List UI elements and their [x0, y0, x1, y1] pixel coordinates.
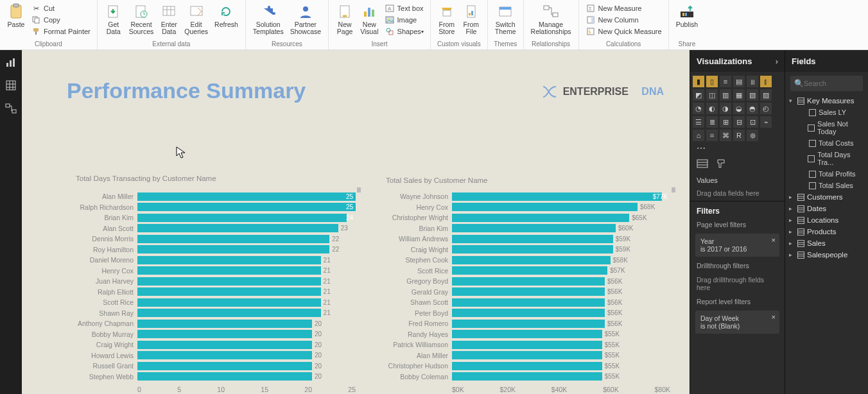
bar-row[interactable]: Brian Kim$60K — [381, 223, 670, 234]
new-page-button[interactable]: NewPage — [333, 1, 357, 37]
visualization-type-icon[interactable]: ⌘ — [720, 130, 731, 141]
fields-search[interactable]: 🔍 — [790, 76, 863, 91]
more-visuals-button[interactable]: ⋯ — [693, 143, 782, 153]
bar-row[interactable]: Wayne Johnson$77K — [381, 191, 670, 202]
bar-row[interactable]: Bobby Murray20 — [67, 329, 356, 340]
filter-year[interactable]: × Year is 2017 or 2016 — [695, 234, 779, 257]
visualization-type-icon[interactable]: R — [733, 130, 745, 141]
format-tab-icon[interactable] — [716, 158, 726, 169]
solution-templates-button[interactable]: SolutionTemplates — [250, 1, 287, 37]
bar-row[interactable]: Stephen Webb20 — [67, 372, 356, 382]
scrollbar-thumb[interactable] — [357, 187, 361, 193]
from-file-button[interactable]: FromFile — [459, 1, 483, 37]
visualization-type-icon[interactable]: ◒ — [733, 103, 745, 114]
from-store-button[interactable]: FromStore — [435, 1, 459, 37]
new-visual-button[interactable]: NewVisual — [357, 1, 381, 37]
visualization-type-icon[interactable]: ◩ — [693, 89, 704, 101]
visualization-type-icon[interactable]: ◫ — [706, 89, 718, 101]
scrollbar-thumb[interactable] — [672, 187, 675, 193]
text-box-button[interactable]: AText box — [382, 3, 426, 14]
new-column-button[interactable]: New Column — [583, 14, 664, 26]
model-view-button[interactable] — [4, 101, 18, 116]
bar-row[interactable]: Gregory Boyd$56K — [381, 276, 670, 287]
bar-row[interactable]: Christopher Hudson$55K — [381, 361, 670, 372]
report-canvas[interactable]: Performance Summary ENTERPRISE DNA Total… — [22, 50, 690, 394]
cut-button[interactable]: ✂Cut — [28, 3, 93, 14]
visualization-type-icon[interactable]: ⊞ — [720, 116, 731, 128]
bar-row[interactable]: Juan Harvey21 — [67, 276, 356, 287]
visualization-type-icon[interactable]: ⊚ — [747, 130, 758, 141]
manage-relationships-button[interactable]: ManageRelationships — [528, 1, 575, 37]
bar-row[interactable]: Henry Cox$68K — [381, 202, 670, 213]
visualization-type-icon[interactable]: ☰ — [693, 116, 704, 128]
visualization-type-icon[interactable]: ▧ — [747, 89, 758, 101]
visualization-type-icon[interactable]: ◐ — [706, 103, 718, 114]
field-item[interactable]: Sales Not Today — [785, 118, 868, 137]
bar-row[interactable]: Craig Wright20 — [67, 339, 356, 350]
bar-row[interactable]: Fred Romero$56K — [381, 318, 670, 329]
get-data-button[interactable]: GetData — [101, 1, 126, 37]
field-item[interactable]: Total Costs — [785, 137, 868, 149]
report-view-button[interactable] — [4, 55, 18, 69]
format-painter-button[interactable]: Format Painter — [28, 26, 93, 37]
field-item[interactable]: Sales LY — [785, 107, 868, 118]
edit-queries-button[interactable]: EditQueries — [181, 1, 211, 37]
recent-sources-button[interactable]: RecentSources — [126, 1, 157, 37]
bar-row[interactable]: Brian Kim24 — [67, 212, 356, 223]
table-item[interactable]: ▸Salespeople — [785, 249, 868, 261]
enter-data-button[interactable]: EnterData — [157, 1, 181, 37]
bar-row[interactable]: Christopher Wright$65K — [381, 212, 670, 223]
visualization-type-icon[interactable]: ▤ — [733, 76, 745, 87]
bar-row[interactable]: Ralph Elliott21 — [67, 287, 356, 298]
table-item[interactable]: ▸Customers — [785, 191, 868, 203]
field-item[interactable]: Total Profits — [785, 168, 868, 180]
bar-row[interactable]: Peter Boyd$56K — [381, 308, 670, 319]
bar-row[interactable]: Ralph Richardson25 — [67, 202, 356, 213]
switch-theme-button[interactable]: SwitchTheme — [492, 1, 519, 37]
filter-day-of-week[interactable]: × Day of Week is not (Blank) — [695, 311, 779, 334]
table-item[interactable]: ▸Products — [785, 226, 868, 237]
visualization-type-icon[interactable]: ⌁ — [760, 116, 772, 128]
close-icon[interactable]: × — [772, 313, 776, 321]
new-quick-measure-button[interactable]: New Quick Measure — [583, 26, 664, 37]
bar-row[interactable]: Dennis Morris22 — [67, 234, 356, 244]
visualization-type-icon[interactable]: ≡ — [720, 76, 731, 87]
table-item[interactable]: ▾Key Measures — [785, 95, 868, 107]
visualization-type-icon[interactable]: ≣ — [706, 116, 718, 128]
partner-showcase-button[interactable]: PartnerShowcase — [287, 1, 324, 37]
visualization-type-icon[interactable]: ⌂ — [693, 130, 704, 141]
visualization-type-icon[interactable]: ⫼ — [747, 76, 758, 87]
visualization-type-icon[interactable]: ▯ — [706, 76, 718, 87]
visualization-type-icon[interactable]: ◑ — [720, 103, 731, 114]
bar-row[interactable]: Stephen Cook$58K — [381, 255, 670, 266]
new-measure-button[interactable]: ΣNew Measure — [583, 3, 664, 14]
data-view-button[interactable] — [4, 78, 18, 92]
bar-row[interactable]: Craig Wright$59K — [381, 244, 670, 255]
bar-row[interactable]: Shawn Scott$56K — [381, 297, 670, 308]
paste-button[interactable]: Paste — [4, 1, 28, 30]
bar-row[interactable]: Alan Miller25 — [67, 191, 356, 202]
visualization-type-icon[interactable]: ◴ — [760, 103, 772, 114]
shapes-button[interactable]: Shapes▾ — [382, 26, 426, 37]
table-item[interactable]: ▸Dates — [785, 203, 868, 214]
bar-row[interactable]: Daniel Moreno21 — [67, 255, 356, 266]
drillthrough-drop-zone[interactable]: Drag drillthrough fields here — [690, 272, 785, 295]
bar-row[interactable]: Howard Lewis20 — [67, 350, 356, 361]
chart-days-transacting[interactable]: Alan Miller25Ralph Richardson25Brian Kim… — [67, 191, 356, 393]
bar-row[interactable]: Alan Miller$55K — [381, 350, 670, 361]
visualization-type-icon[interactable]: ⊟ — [733, 116, 745, 128]
visualization-type-icon[interactable]: ▮ — [693, 76, 704, 87]
visualization-type-icon[interactable]: ▦ — [733, 89, 745, 101]
bar-row[interactable]: Scott Rice21 — [67, 297, 356, 308]
bar-row[interactable]: Patrick Williamson$55K — [381, 339, 670, 350]
bar-row[interactable]: Scott Rice$57K — [381, 266, 670, 277]
image-button[interactable]: Image — [382, 14, 426, 26]
bar-row[interactable]: Shawn Ray21 — [67, 308, 356, 319]
chart-total-sales[interactable]: Wayne Johnson$77KHenry Cox$68KChristophe… — [381, 191, 670, 393]
copy-button[interactable]: Copy — [28, 14, 93, 26]
fields-header[interactable]: Fields — [785, 50, 868, 72]
visualization-type-icon[interactable]: ◓ — [747, 103, 758, 114]
bar-row[interactable]: Randy Hayes$55K — [381, 329, 670, 340]
bar-row[interactable]: Bobby Coleman$55K — [381, 372, 670, 382]
close-icon[interactable]: × — [772, 236, 776, 244]
